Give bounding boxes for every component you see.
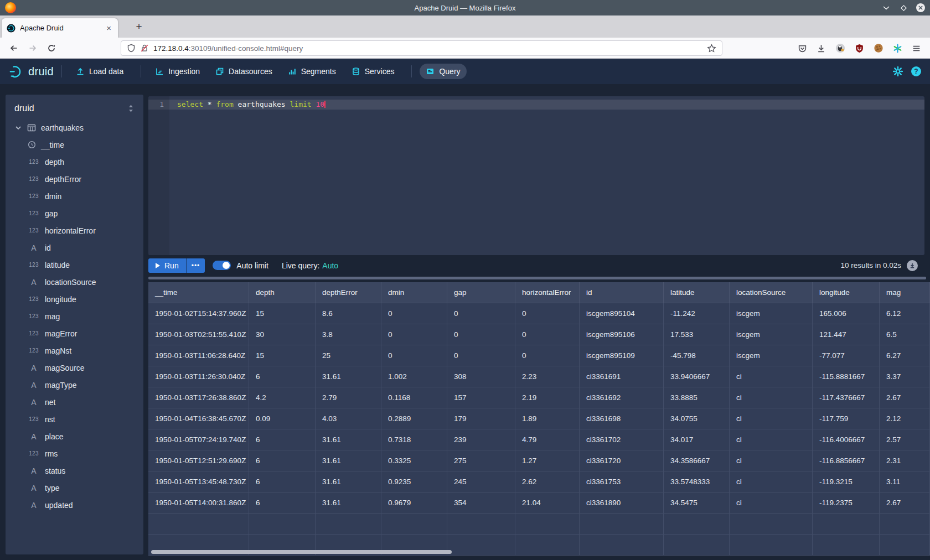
table-cell[interactable]: 34.5475 [664, 492, 730, 514]
table-cell[interactable]: -115.8881667 [813, 366, 880, 387]
sidebar-table-earthquakes[interactable]: earthquakes [6, 119, 143, 136]
table-cell[interactable]: 165.006 [813, 303, 880, 324]
sidebar-column-latitude[interactable]: 123latitude [6, 256, 143, 273]
sidebar-column-horizontalError[interactable]: 123horizontalError [6, 222, 143, 239]
table-cell[interactable]: -116.4006667 [813, 429, 880, 450]
cookie-extension-icon[interactable] [874, 43, 884, 53]
table-cell[interactable]: 8.6 [316, 303, 381, 324]
back-button[interactable] [7, 42, 21, 55]
table-cell[interactable]: 1950-01-03T17:26:38.860Z [148, 387, 249, 408]
table-cell[interactable]: 0 [515, 324, 580, 345]
table-cell[interactable]: 34.3586667 [664, 450, 730, 471]
table-cell[interactable]: 0.3325 [381, 450, 447, 471]
table-cell[interactable]: 31.61 [316, 471, 381, 492]
table-cell[interactable]: 33.8885 [664, 387, 730, 408]
table-cell[interactable]: 15 [249, 345, 316, 366]
table-cell[interactable]: 6.12 [880, 303, 930, 324]
nav-item-query[interactable]: Query [420, 64, 466, 79]
sidebar-column-magError[interactable]: 123magError [6, 325, 143, 342]
table-cell[interactable]: 0.2889 [381, 408, 447, 429]
sidebar-column-net[interactable]: Anet [6, 393, 143, 411]
sidebar-column-longitude[interactable]: 123longitude [6, 291, 143, 308]
column-header-id[interactable]: id [580, 282, 664, 303]
sidebar-column-depth[interactable]: 123depth [6, 153, 143, 170]
table-cell[interactable]: 121.447 [813, 324, 880, 345]
sidebar-column-place[interactable]: Aplace [6, 428, 143, 445]
table-cell[interactable]: -119.3215 [813, 471, 880, 492]
horizontal-scrollbar[interactable] [151, 550, 452, 554]
table-cell[interactable]: 31.61 [316, 366, 381, 387]
table-cell[interactable]: ci3361698 [580, 408, 664, 429]
sidebar-column-rms[interactable]: 123rms [6, 445, 143, 462]
nav-item-ingestion[interactable]: Ingestion [149, 64, 206, 79]
table-cell[interactable]: 4.2 [249, 387, 316, 408]
table-cell[interactable]: 31.61 [316, 450, 381, 471]
sidebar-column-magNst[interactable]: 123magNst [6, 342, 143, 359]
table-cell[interactable]: -45.798 [664, 345, 730, 366]
reload-button[interactable] [44, 42, 59, 55]
table-cell[interactable]: 31.61 [316, 492, 381, 514]
table-cell[interactable]: 6.27 [880, 345, 930, 366]
sidebar-column-updated[interactable]: Aupdated [6, 496, 143, 514]
table-cell[interactable]: 239 [447, 429, 515, 450]
nav-item-load-data[interactable]: Load data [70, 64, 130, 79]
table-cell[interactable]: -117.4376667 [813, 387, 880, 408]
table-cell[interactable]: 33.5748333 [664, 471, 730, 492]
table-cell[interactable]: 2.31 [880, 450, 930, 471]
table-cell[interactable]: ci3361702 [580, 429, 664, 450]
table-cell[interactable]: 157 [447, 387, 515, 408]
sidebar-column-type[interactable]: Atype [6, 479, 143, 496]
column-header-latitude[interactable]: latitude [664, 282, 730, 303]
table-cell[interactable]: 2.67 [880, 387, 930, 408]
table-cell[interactable]: ci [730, 471, 813, 492]
panel-splitter[interactable] [148, 277, 926, 279]
table-cell[interactable]: 0 [381, 345, 447, 366]
sidebar-column-nst[interactable]: 123nst [6, 411, 143, 428]
run-more-button[interactable]: ••• [186, 258, 205, 273]
table-cell[interactable]: ci3361753 [580, 471, 664, 492]
table-cell[interactable]: 1950-01-02T15:14:37.960Z [148, 303, 249, 324]
run-button[interactable]: Run [148, 258, 186, 273]
insecure-lock-icon[interactable] [140, 44, 149, 53]
table-cell[interactable]: iscgem [730, 324, 813, 345]
column-header-depthError[interactable]: depthError [316, 282, 381, 303]
minimize-button[interactable] [881, 3, 891, 13]
table-cell[interactable]: 1950-01-05T13:45:48.730Z [148, 471, 249, 492]
table-cell[interactable]: iscgem [730, 303, 813, 324]
table-cell[interactable]: 30 [249, 324, 316, 345]
table-cell[interactable]: 1.27 [515, 450, 580, 471]
toggle-track[interactable] [213, 261, 231, 270]
table-cell[interactable]: 1950-01-03T11:06:28.640Z [148, 345, 249, 366]
sidebar-column-depthError[interactable]: 123depthError [6, 170, 143, 188]
extension-badge-icon[interactable] [835, 43, 845, 53]
table-cell[interactable]: ci3361691 [580, 366, 664, 387]
table-cell[interactable]: 3.8 [316, 324, 381, 345]
close-window-button[interactable] [916, 3, 926, 13]
nav-item-segments[interactable]: Segments [282, 64, 342, 79]
table-cell[interactable]: 1950-01-05T07:24:19.740Z [148, 429, 249, 450]
table-cell[interactable]: iscgem [730, 345, 813, 366]
table-cell[interactable]: 4.79 [515, 429, 580, 450]
table-cell[interactable]: 1.89 [515, 408, 580, 429]
table-cell[interactable]: 2.12 [880, 408, 930, 429]
table-cell[interactable]: 308 [447, 366, 515, 387]
table-cell[interactable]: 31.61 [316, 429, 381, 450]
table-cell[interactable]: 0 [447, 345, 515, 366]
url-bar[interactable]: 172.18.0.4:30109/unified-console.html#qu… [121, 40, 722, 56]
table-cell[interactable]: 0.9235 [381, 471, 447, 492]
table-cell[interactable]: ci [730, 366, 813, 387]
column-header-longitude[interactable]: longitude [813, 282, 880, 303]
column-header-depth[interactable]: depth [249, 282, 316, 303]
table-cell[interactable]: 34.017 [664, 429, 730, 450]
nav-item-datasources[interactable]: Datasources [209, 64, 278, 79]
table-cell[interactable]: 2.19 [515, 387, 580, 408]
table-cell[interactable]: 2.23 [515, 366, 580, 387]
column-header-mag[interactable]: mag [880, 282, 930, 303]
table-cell[interactable]: 3.11 [880, 471, 930, 492]
nav-item-services[interactable]: Services [345, 64, 401, 79]
downloads-icon[interactable] [817, 44, 826, 53]
table-cell[interactable]: -119.2375 [813, 492, 880, 514]
table-cell[interactable]: ci [730, 429, 813, 450]
table-cell[interactable]: iscgem895104 [580, 303, 664, 324]
table-cell[interactable]: -117.759 [813, 408, 880, 429]
